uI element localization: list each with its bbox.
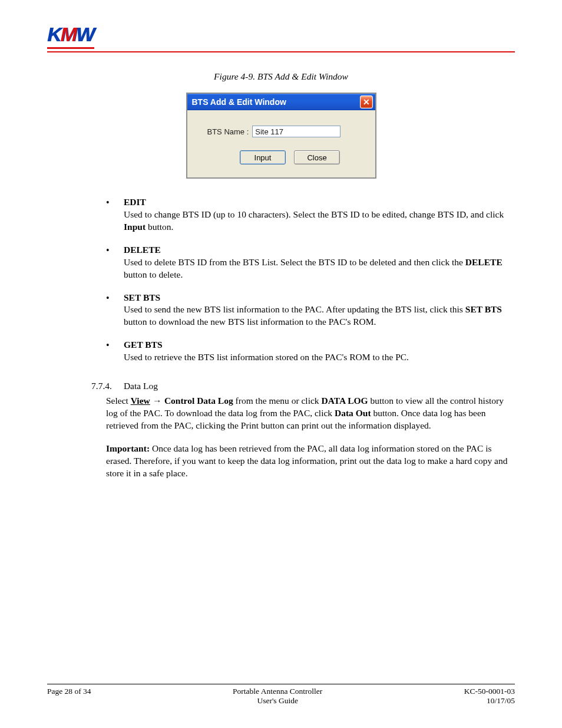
section-title: Data Log <box>124 380 158 393</box>
section-body: Select View → Control Data Log from the … <box>106 395 515 480</box>
list-item: DELETE Used to delete BTS ID from the BT… <box>106 244 515 281</box>
item-body: Used to change BTS ID (up to 10 characte… <box>124 209 504 232</box>
logo-underline <box>47 47 94 49</box>
input-button[interactable]: Input <box>240 150 286 164</box>
item-body: Used to delete BTS ID from the BTS List.… <box>124 257 503 279</box>
bts-add-edit-dialog: BTS Add & Edit Window ✕ BTS Name : Input… <box>186 93 376 179</box>
page-footer: Page 28 of 34 Portable Antenna Controlle… <box>47 684 515 706</box>
item-title-edit: EDIT <box>124 197 146 207</box>
dialog-title: BTS Add & Edit Window <box>192 97 286 107</box>
important-label: Important: <box>106 443 150 453</box>
menu-view-text: View <box>131 396 150 406</box>
content-block: EDIT Used to change BTS ID (up to 10 cha… <box>47 196 515 480</box>
close-button[interactable]: Close <box>294 150 340 164</box>
item-body: Used to retrieve the BTS list informatio… <box>124 352 409 362</box>
footer-right: KC-50-0001-03 10/17/05 <box>464 687 515 706</box>
dialog-body: BTS Name : Input Close <box>187 110 375 177</box>
section-number: 7.7.4. <box>91 380 112 393</box>
list-item: GET BTS Used to retrieve the BTS list in… <box>106 339 515 364</box>
bts-name-label: BTS Name : <box>207 127 249 136</box>
footer-center: Portable Antenna Controller User's Guide <box>233 687 322 706</box>
section-heading: 7.7.4. Data Log <box>91 380 515 393</box>
page-header: K M W <box>47 21 515 52</box>
bts-name-input[interactable] <box>252 126 340 137</box>
figure-caption: Figure 4-9. BTS Add & Edit Window <box>47 71 515 82</box>
logo-letter-k: K <box>47 23 61 46</box>
brand-logo: K M W <box>47 23 94 49</box>
footer-left: Page 28 of 34 <box>47 687 91 706</box>
item-title-setbts: SET BTS <box>124 292 160 302</box>
list-item: EDIT Used to change BTS ID (up to 10 cha… <box>106 196 515 233</box>
logo-letter-w: W <box>76 23 94 46</box>
dialog-titlebar: BTS Add & Edit Window ✕ <box>187 94 375 110</box>
list-item: SET BTS Used to send the new BTS list in… <box>106 292 515 329</box>
logo-letter-m: M <box>61 23 76 46</box>
item-body: Used to send the new BTS list informatio… <box>124 304 502 327</box>
item-title-delete: DELETE <box>124 245 161 255</box>
close-icon[interactable]: ✕ <box>360 95 373 108</box>
item-title-getbts: GET BTS <box>124 340 163 350</box>
